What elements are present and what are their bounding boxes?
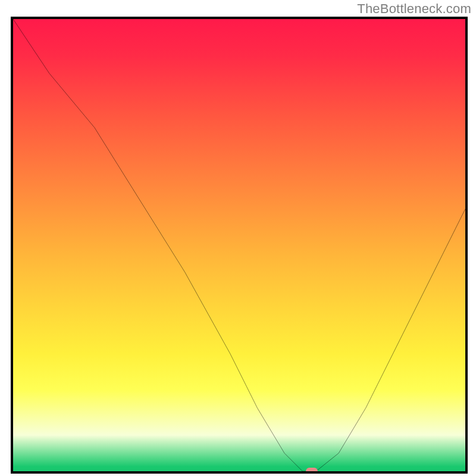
chart-container: TheBottleneck.com <box>0 0 476 476</box>
watermark-text: TheBottleneck.com <box>357 1 471 17</box>
plot-frame <box>11 17 468 474</box>
bottleneck-curve <box>13 19 465 471</box>
optimal-marker <box>306 468 318 474</box>
curve-path <box>13 19 465 471</box>
